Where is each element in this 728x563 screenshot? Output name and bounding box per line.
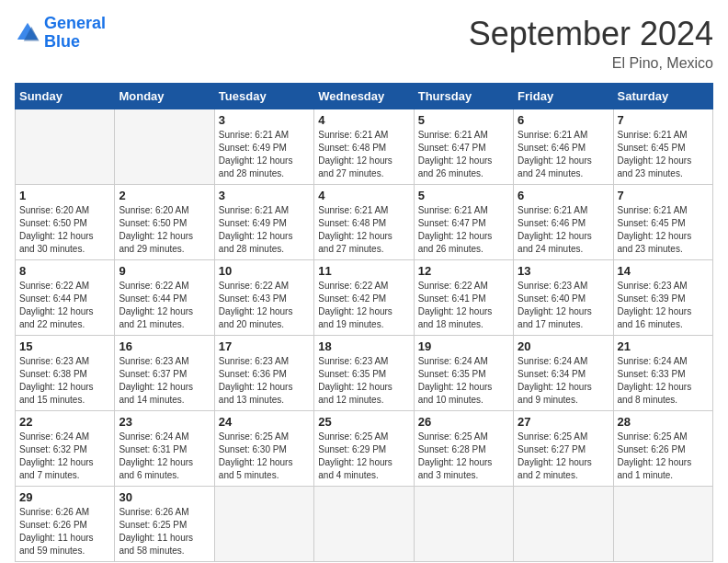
sunrise-label: Sunrise: 6:21 AM: [318, 130, 388, 140]
day-info: Sunrise: 6:23 AMSunset: 6:39 PMDaylight:…: [618, 280, 709, 331]
calendar-day-cell: 7Sunrise: 6:21 AMSunset: 6:45 PMDaylight…: [613, 185, 712, 260]
calendar-day-cell: 7Sunrise: 6:21 AMSunset: 6:45 PMDaylight…: [613, 109, 712, 185]
sunset-label: Sunset: 6:30 PM: [219, 444, 287, 454]
calendar-day-cell: 8Sunrise: 6:22 AMSunset: 6:44 PMDaylight…: [16, 260, 115, 336]
day-number: 22: [19, 415, 110, 429]
sunrise-label: Sunrise: 6:24 AM: [119, 431, 188, 442]
logo-line1: General: [44, 14, 106, 32]
daylight-label: Daylight: 12 hours and 21 minutes.: [119, 306, 193, 329]
day-number: 15: [19, 339, 110, 353]
sunset-label: Sunset: 6:48 PM: [318, 143, 386, 153]
daylight-label: Daylight: 12 hours and 24 minutes.: [518, 231, 592, 254]
col-thursday: Thursday: [414, 84, 513, 109]
calendar-day-cell: [115, 109, 214, 185]
daylight-label: Daylight: 12 hours and 14 minutes.: [119, 382, 193, 405]
sunset-label: Sunset: 6:33 PM: [618, 369, 686, 379]
day-info: Sunrise: 6:20 AMSunset: 6:50 PMDaylight:…: [119, 204, 210, 256]
day-info: Sunrise: 6:24 AMSunset: 6:35 PMDaylight:…: [418, 355, 509, 407]
calendar-week-row: 3Sunrise: 6:21 AMSunset: 6:49 PMDaylight…: [16, 109, 713, 185]
sunrise-label: Sunrise: 6:22 AM: [19, 281, 89, 291]
calendar-week-row: 29Sunrise: 6:26 AMSunset: 6:26 PMDayligh…: [16, 487, 713, 562]
day-info: Sunrise: 6:26 AMSunset: 6:25 PMDaylight:…: [119, 506, 210, 557]
sunrise-label: Sunrise: 6:21 AM: [318, 205, 388, 215]
sunset-label: Sunset: 6:29 PM: [318, 444, 386, 454]
sunrise-label: Sunrise: 6:21 AM: [618, 205, 688, 215]
day-info: Sunrise: 6:25 AMSunset: 6:28 PMDaylight:…: [418, 431, 509, 482]
daylight-label: Daylight: 12 hours and 7 minutes.: [19, 457, 94, 480]
calendar-day-cell: 3Sunrise: 6:21 AMSunset: 6:49 PMDaylight…: [214, 185, 313, 260]
sunset-label: Sunset: 6:50 PM: [19, 218, 87, 228]
calendar-day-cell: [314, 487, 414, 562]
sunrise-label: Sunrise: 6:23 AM: [518, 281, 587, 291]
logo-icon: [15, 20, 40, 46]
calendar-day-cell: [613, 487, 712, 562]
sunset-label: Sunset: 6:38 PM: [19, 369, 87, 379]
logo-line2: Blue: [44, 32, 80, 51]
sunrise-label: Sunrise: 6:24 AM: [19, 431, 89, 442]
daylight-label: Daylight: 12 hours and 30 minutes.: [19, 231, 94, 254]
calendar-day-cell: [16, 109, 115, 185]
calendar-day-cell: 6Sunrise: 6:21 AMSunset: 6:46 PMDaylight…: [514, 185, 613, 260]
day-info: Sunrise: 6:23 AMSunset: 6:37 PMDaylight:…: [119, 355, 210, 407]
col-monday: Monday: [115, 84, 214, 109]
calendar-day-cell: 29Sunrise: 6:26 AMSunset: 6:26 PMDayligh…: [16, 487, 115, 562]
calendar-day-cell: 12Sunrise: 6:22 AMSunset: 6:41 PMDayligh…: [414, 260, 513, 336]
day-info: Sunrise: 6:22 AMSunset: 6:41 PMDaylight:…: [418, 280, 509, 331]
calendar-day-cell: 27Sunrise: 6:25 AMSunset: 6:27 PMDayligh…: [514, 411, 613, 487]
sunset-label: Sunset: 6:46 PM: [518, 143, 586, 153]
daylight-label: Daylight: 11 hours and 59 minutes.: [19, 533, 94, 556]
sunset-label: Sunset: 6:50 PM: [119, 218, 187, 228]
day-number: 24: [219, 415, 310, 429]
sunrise-label: Sunrise: 6:21 AM: [219, 205, 289, 215]
sunset-label: Sunset: 6:49 PM: [219, 218, 287, 228]
daylight-label: Daylight: 12 hours and 5 minutes.: [219, 457, 293, 480]
sunset-label: Sunset: 6:25 PM: [119, 520, 187, 530]
daylight-label: Daylight: 12 hours and 2 minutes.: [518, 457, 592, 480]
sunrise-label: Sunrise: 6:20 AM: [119, 205, 188, 215]
sunset-label: Sunset: 6:48 PM: [318, 218, 386, 228]
calendar-day-cell: 21Sunrise: 6:24 AMSunset: 6:33 PMDayligh…: [613, 336, 712, 411]
day-info: Sunrise: 6:23 AMSunset: 6:35 PMDaylight:…: [318, 355, 409, 407]
day-info: Sunrise: 6:22 AMSunset: 6:42 PMDaylight:…: [318, 280, 409, 331]
calendar-day-cell: [214, 487, 313, 562]
col-sunday: Sunday: [16, 84, 115, 109]
daylight-label: Daylight: 12 hours and 15 minutes.: [19, 382, 94, 405]
sunrise-label: Sunrise: 6:22 AM: [418, 281, 488, 291]
sunset-label: Sunset: 6:32 PM: [19, 444, 87, 454]
daylight-label: Daylight: 12 hours and 26 minutes.: [418, 155, 493, 178]
sunrise-label: Sunrise: 6:20 AM: [19, 205, 89, 215]
calendar-day-cell: 2Sunrise: 6:20 AMSunset: 6:50 PMDaylight…: [115, 185, 214, 260]
calendar-day-cell: 22Sunrise: 6:24 AMSunset: 6:32 PMDayligh…: [16, 411, 115, 487]
sunset-label: Sunset: 6:35 PM: [418, 369, 486, 379]
calendar-day-cell: 24Sunrise: 6:25 AMSunset: 6:30 PMDayligh…: [214, 411, 313, 487]
day-number: 16: [119, 339, 210, 353]
sunset-label: Sunset: 6:27 PM: [518, 444, 586, 454]
day-number: 20: [518, 339, 609, 353]
sunrise-label: Sunrise: 6:24 AM: [418, 356, 488, 366]
sunset-label: Sunset: 6:45 PM: [618, 143, 686, 153]
day-info: Sunrise: 6:25 AMSunset: 6:29 PMDaylight:…: [318, 431, 409, 482]
day-info: Sunrise: 6:22 AMSunset: 6:44 PMDaylight:…: [19, 280, 110, 331]
calendar-day-cell: 6Sunrise: 6:21 AMSunset: 6:46 PMDaylight…: [514, 109, 613, 185]
day-number: 3: [219, 189, 310, 202]
sunrise-label: Sunrise: 6:22 AM: [318, 281, 388, 291]
day-number: 18: [318, 339, 409, 353]
sunset-label: Sunset: 6:39 PM: [618, 293, 686, 304]
daylight-label: Daylight: 12 hours and 27 minutes.: [318, 155, 392, 178]
sunset-label: Sunset: 6:49 PM: [219, 143, 287, 153]
day-number: 27: [518, 415, 609, 429]
col-saturday: Saturday: [613, 84, 712, 109]
sunset-label: Sunset: 6:44 PM: [19, 293, 87, 304]
sunset-label: Sunset: 6:43 PM: [219, 293, 287, 304]
daylight-label: Daylight: 12 hours and 27 minutes.: [318, 231, 392, 254]
calendar-day-cell: 13Sunrise: 6:23 AMSunset: 6:40 PMDayligh…: [514, 260, 613, 336]
sunrise-label: Sunrise: 6:25 AM: [618, 431, 688, 442]
calendar-day-cell: 16Sunrise: 6:23 AMSunset: 6:37 PMDayligh…: [115, 336, 214, 411]
daylight-label: Daylight: 12 hours and 6 minutes.: [119, 457, 193, 480]
day-info: Sunrise: 6:24 AMSunset: 6:32 PMDaylight:…: [19, 431, 110, 482]
day-info: Sunrise: 6:21 AMSunset: 6:48 PMDaylight:…: [318, 204, 409, 256]
daylight-label: Daylight: 12 hours and 1 minute.: [618, 457, 692, 480]
day-number: 4: [318, 189, 409, 202]
day-number: 21: [618, 339, 709, 353]
sunrise-label: Sunrise: 6:25 AM: [418, 431, 488, 442]
